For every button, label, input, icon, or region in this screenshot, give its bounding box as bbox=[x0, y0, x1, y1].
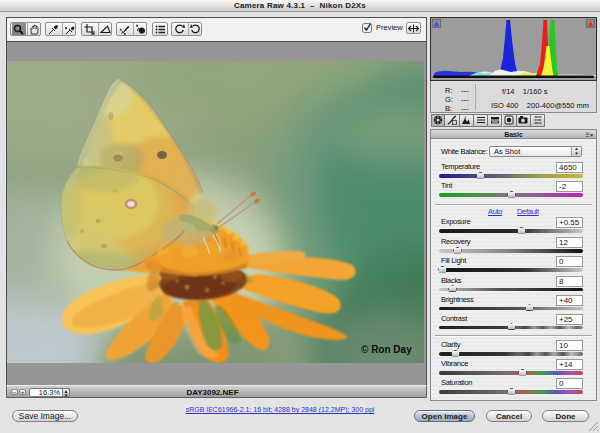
svg-text:© Ron Day: © Ron Day bbox=[361, 344, 412, 355]
